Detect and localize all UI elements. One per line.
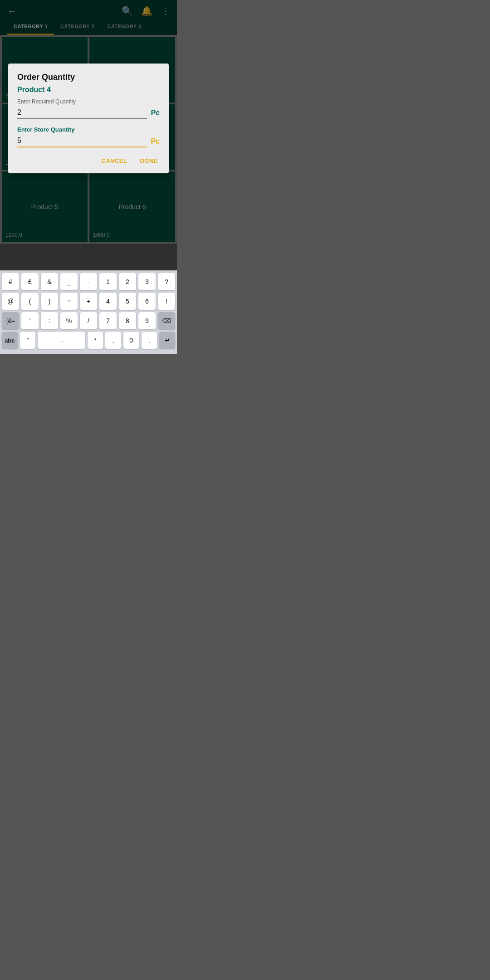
key-asterisk[interactable]: * <box>88 332 103 349</box>
on-screen-keyboard: # £ & _ - 1 2 3 ? @ ( ) = + 4 5 6 ! {&= … <box>0 270 177 354</box>
required-qty-input[interactable] <box>17 107 147 119</box>
key-3[interactable]: 3 <box>138 273 156 290</box>
key-minus[interactable]: - <box>80 273 97 290</box>
backspace-key[interactable]: ⌫ <box>158 312 175 329</box>
key-close-paren[interactable]: ) <box>41 293 58 310</box>
key-7[interactable]: 7 <box>99 312 117 329</box>
dialog-title: Order Quantity <box>17 73 160 82</box>
key-hash[interactable]: # <box>2 273 19 290</box>
key-equals[interactable]: = <box>60 293 78 310</box>
key-6[interactable]: 6 <box>138 293 156 310</box>
store-qty-input-wrap <box>17 135 147 147</box>
key-pound[interactable]: £ <box>21 273 39 290</box>
required-qty-unit: Pc <box>151 109 160 119</box>
key-percent[interactable]: % <box>60 312 78 329</box>
key-colon[interactable]: : <box>41 312 58 329</box>
key-0[interactable]: 0 <box>123 332 139 349</box>
key-5[interactable]: 5 <box>119 293 136 310</box>
key-4[interactable]: 4 <box>99 293 117 310</box>
required-qty-row: Pc <box>17 107 160 119</box>
store-qty-row: Pc <box>17 135 160 147</box>
key-open-paren[interactable]: ( <box>21 293 39 310</box>
key-quote[interactable]: " <box>20 332 36 349</box>
keyboard-row-3: {&= ' : % / 7 8 9 ⌫ <box>2 312 175 329</box>
store-qty-label: Enter Store Quantity <box>17 126 160 133</box>
dialog-product-name: Product 4 <box>17 86 160 94</box>
key-exclamation[interactable]: ! <box>158 293 175 310</box>
key-apostrophe[interactable]: ' <box>21 312 39 329</box>
key-comma[interactable]: , <box>105 332 121 349</box>
key-9[interactable]: 9 <box>138 312 156 329</box>
key-space[interactable]: ⎵ <box>38 332 85 349</box>
keyboard-row-4: abc " ⎵ * , 0 . ↵ <box>2 332 175 349</box>
key-symbols[interactable]: {&= <box>2 312 19 329</box>
key-plus[interactable]: + <box>80 293 97 310</box>
key-question[interactable]: ? <box>158 273 175 290</box>
keyboard-row-2: @ ( ) = + 4 5 6 ! <box>2 293 175 310</box>
key-2[interactable]: 2 <box>119 273 136 290</box>
store-qty-unit: Pc <box>151 137 160 147</box>
order-quantity-dialog: Order Quantity Product 4 Enter Required … <box>8 64 169 173</box>
key-at[interactable]: @ <box>2 293 19 310</box>
key-period[interactable]: . <box>142 332 157 349</box>
key-enter[interactable]: ↵ <box>159 332 175 349</box>
key-ampersand[interactable]: & <box>41 273 58 290</box>
key-underscore[interactable]: _ <box>60 273 78 290</box>
cancel-button[interactable]: CANCEL <box>99 155 129 167</box>
store-qty-input[interactable] <box>17 135 147 147</box>
key-slash[interactable]: / <box>80 312 97 329</box>
done-button[interactable]: DONE <box>138 155 160 167</box>
required-qty-input-wrap <box>17 107 147 119</box>
required-qty-label: Enter Required Quantity <box>17 98 160 105</box>
dialog-actions: CANCEL DONE <box>17 155 160 167</box>
key-8[interactable]: 8 <box>119 312 136 329</box>
keyboard-row-1: # £ & _ - 1 2 3 ? <box>2 273 175 290</box>
key-abc[interactable]: abc <box>2 332 18 349</box>
key-1[interactable]: 1 <box>99 273 117 290</box>
